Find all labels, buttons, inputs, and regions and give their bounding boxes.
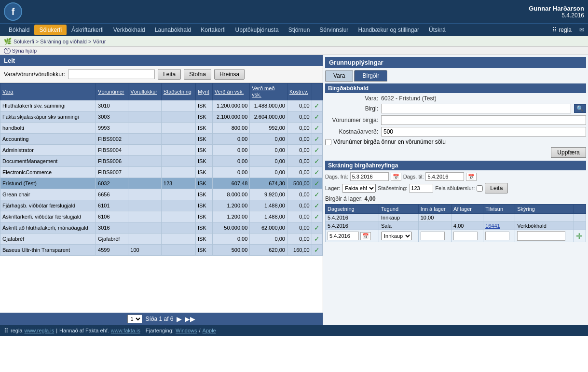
cell-mynt: ISK (195, 167, 212, 178)
cell-voruflokkur (128, 123, 162, 134)
envelope-icon[interactable]: ✉ (579, 27, 584, 33)
table-row: 5.4.2016 Sala 4,00 16441 Verkbókhald (326, 222, 586, 230)
dags-til-label: Dags. til: (403, 174, 424, 179)
col-vorunumer[interactable]: Vörunúmer (96, 83, 128, 100)
new-skyring-input[interactable] (517, 231, 565, 241)
cell-verd-med: 0,00 (250, 234, 287, 245)
footer-grid-icon: ⠿ (4, 327, 9, 334)
dags-fra-input[interactable] (350, 172, 389, 181)
nav-handbaekur[interactable]: Handbækur og stillingar (353, 25, 424, 35)
cal-fra-btn[interactable]: 📅 (391, 173, 401, 181)
table-row[interactable]: Frístund (Test) 6032 123 ISK 607,48 674,… (0, 178, 323, 189)
update-btn[interactable]: Uppfæra (551, 147, 586, 158)
new-btn[interactable]: Stofna (184, 69, 211, 80)
cell-kostn: 500,00 (287, 178, 312, 189)
nav-kortakerfi[interactable]: Kortakerfi (196, 25, 230, 35)
vorunumer-birja-input[interactable] (381, 115, 586, 125)
check-icon: ✓ (314, 246, 320, 254)
table-row[interactable]: Áskriftarkerfi. viðbótar færslugjald 610… (0, 211, 323, 222)
nav-solukerfi[interactable]: Sölukerfi (34, 25, 67, 35)
show-help-btn[interactable]: ? Sýna hjálp (4, 48, 37, 54)
col-verd-an[interactable]: Verð án vsk. (212, 83, 250, 100)
search-btn[interactable]: Leita (158, 69, 181, 80)
cell-mynt: ISK (195, 189, 212, 200)
scan-section-header: Skráning birgðahreyfinga (325, 161, 586, 170)
cell-vara: Áskriftarkerfi. viðbótar færslugjald (0, 211, 96, 222)
col-voruflokkur[interactable]: Vöruflokkur (128, 83, 162, 100)
footer-apple-link[interactable]: Apple (203, 328, 216, 333)
dags-til-input[interactable] (425, 172, 464, 181)
cell-vorunumer: FIBS9006 (96, 156, 128, 167)
table-row[interactable]: ElectronicCommerce FIBS9007 ISK 0,00 0,0… (0, 167, 323, 178)
cell-vara: Gjafabréf (0, 234, 96, 245)
birgi-search-btn[interactable]: 🔍 (574, 104, 586, 113)
table-row[interactable]: Grean chair 6656 ISK 8.000,00 9.920,00 0… (0, 189, 323, 200)
nav-askriftarkerfi[interactable]: Áskriftarkerfi (67, 25, 109, 35)
table-row[interactable]: Baseus Ultr-thin Transparent 4599 100 IS… (0, 245, 323, 256)
table-row[interactable]: Fjárhagsb. viðbótar færslugjald 6101 ISK… (0, 200, 323, 211)
cell-voruflokkur (128, 178, 162, 189)
stadsetning-input[interactable] (409, 184, 433, 193)
clear-btn[interactable]: Hreinsa (214, 69, 245, 80)
cell-vara: Fakta skjalaskápur skv samningi (0, 111, 96, 123)
cell-mynt: ISK (195, 134, 212, 145)
cell-check: ✓ (312, 111, 322, 123)
scan-search-btn[interactable]: Leita (485, 183, 508, 193)
nav-servinnslur[interactable]: Sérvinnslur (315, 25, 353, 35)
cal-til-btn[interactable]: 📅 (466, 173, 477, 181)
nav-upptokuljonusta[interactable]: Upptökuþjónusta (231, 25, 284, 35)
tilvisun-link[interactable]: 16441 (485, 223, 500, 229)
table-row[interactable]: DocumentManagement FIBS9006 ISK 0,00 0,0… (0, 156, 323, 167)
grid-icon: ⠿ (552, 27, 557, 33)
table-row[interactable]: Fakta skjalaskápur skv samningi 3003 ISK… (0, 111, 323, 123)
trans-tegund: Innkaup (379, 214, 418, 222)
page-select[interactable]: 123456 (127, 315, 142, 323)
table-row[interactable]: Administrator FIBS9004 ISK 0,00 0,00 0,0… (0, 145, 323, 156)
col-mynt[interactable]: Mynt (195, 83, 212, 100)
new-date-input[interactable] (328, 232, 359, 240)
new-af-input[interactable] (453, 232, 478, 240)
trans-col-af: Af lager (451, 205, 483, 214)
table-row[interactable]: Hluthafakerfi skv. samningi 3010 ISK 1.2… (0, 100, 323, 111)
nav-verkbokhald[interactable]: Verkbókhald (109, 25, 150, 35)
last-page-btn[interactable]: ▶▶ (185, 315, 195, 323)
checkbox-label: Vörunúmer birgða önnur en vörunúmer sölu (333, 138, 446, 145)
nav-stjornun[interactable]: Stjórnun (284, 25, 315, 35)
table-row[interactable]: handbolti 9993 ISK 800,00 992,00 0,00 ✓ (0, 123, 323, 134)
new-inn-input[interactable] (421, 232, 445, 240)
footer-fakta-site[interactable]: www.fakta.is (111, 328, 140, 333)
birgi-input[interactable] (381, 104, 571, 113)
nav-launabokhald[interactable]: Launabókhald (150, 25, 196, 35)
col-verd-med[interactable]: Verð meðvsk. (250, 83, 287, 100)
new-tegund-select[interactable]: Innkaup Sala (381, 232, 412, 240)
col-stadsetning[interactable]: Staðsetning (161, 83, 195, 100)
col-kostn[interactable]: Kostn.v. (287, 83, 312, 100)
new-cal-btn[interactable]: 📅 (360, 232, 371, 240)
cell-vorunumer: 6032 (96, 178, 128, 189)
footer-divider2: | (142, 328, 144, 333)
cell-vara: ElectronicCommerce (0, 167, 96, 178)
col-vara[interactable]: Vara (0, 83, 96, 100)
nav-utskra[interactable]: Útskrá (424, 25, 451, 35)
cell-stadsetning (161, 156, 195, 167)
tab-vara[interactable]: Vara (325, 70, 353, 82)
footer-regla-site[interactable]: www.regla.is (24, 328, 54, 333)
add-row-btn[interactable]: ✛ (576, 232, 582, 240)
kostnadarverd-input[interactable] (381, 127, 586, 137)
tab-birgdir[interactable]: Birgðir (354, 70, 387, 82)
footer-windows-link[interactable]: Windows (176, 328, 197, 333)
fela-checkbox[interactable] (477, 185, 483, 192)
regla-logo-nav: ⠿ regla (552, 27, 572, 33)
next-page-btn[interactable]: ▶ (177, 315, 182, 323)
table-row[interactable]: Accounting FIBS9002 ISK 0,00 0,00 0,00 ✓ (0, 134, 323, 145)
new-tilvisun-input[interactable] (485, 232, 509, 240)
table-row[interactable]: Áskrift að hluthafakerfi, mánaðagjald 30… (0, 222, 323, 234)
new-transaction-row: 📅 Innkaup Sala ✛ (326, 230, 586, 242)
nav-bokhald[interactable]: Bókhald (4, 25, 34, 35)
cell-mynt: ISK (195, 145, 212, 156)
search-input[interactable] (68, 69, 155, 79)
vorunumer-checkbox[interactable] (325, 139, 331, 145)
table-row[interactable]: Gjafabréf Gjafabréf ISK 0,00 0,00 0,00 ✓ (0, 234, 323, 245)
lager-select[interactable]: Fakta ehf (342, 184, 376, 193)
new-add: ✛ (574, 230, 586, 242)
